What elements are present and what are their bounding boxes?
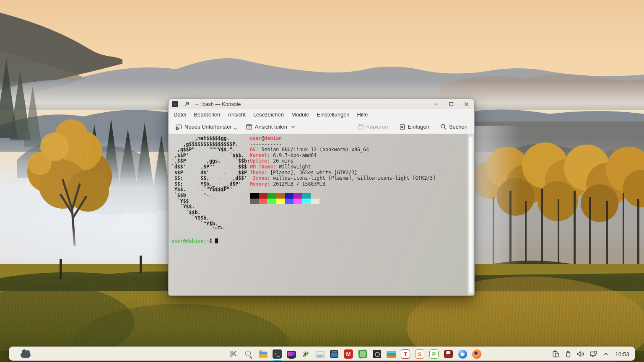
paint-tool-icon: ✶	[301, 349, 310, 359]
taskbar-app-media-viewer[interactable]	[371, 348, 382, 360]
terminal-line: ,$$P' `$$$. Kernel: 6.9.7+bpo-amd64	[171, 153, 467, 159]
planmaker-icon: S	[415, 349, 424, 359]
taskbar-app-file-manager[interactable]	[257, 348, 268, 360]
audio-volume-icon[interactable]	[576, 349, 585, 359]
app-launcher-k-icon: K	[230, 349, 239, 359]
konsole-app-icon: ›	[172, 101, 178, 107]
new-tab-icon	[175, 124, 182, 130]
new-tab-button[interactable]: Neues Unterfenster	[173, 122, 240, 132]
media-viewer-icon	[373, 350, 381, 358]
scrollbar-thumb[interactable]	[469, 136, 473, 293]
taskbar-app-firefox[interactable]	[471, 348, 482, 360]
archive-tool-icon	[330, 350, 338, 358]
taskbar-app-notes[interactable]	[357, 348, 368, 360]
taskbar-app-planmaker[interactable]: S	[414, 348, 425, 360]
taskbar-app-office-suite[interactable]	[386, 348, 397, 360]
palette-swatch	[311, 193, 319, 199]
taskbar-app-presentations[interactable]: P	[428, 348, 439, 360]
menu-item-hilfe[interactable]: Hilfe	[353, 110, 372, 119]
messenger-icon	[458, 350, 467, 359]
scanner-icon	[316, 351, 325, 358]
terminal-line: $$P d$' , $$P Theme: [Plasma], 365os-whi…	[171, 170, 467, 176]
terminal-line: `Y$$b.	[171, 215, 467, 221]
minimize-button[interactable]	[431, 100, 441, 109]
notes-icon	[358, 349, 367, 358]
terminal-line: ',$$P ,ggs. `$$b:Uptime: 20 mins	[171, 158, 467, 164]
terminal-line: `$$b "-.__	[171, 193, 467, 199]
paste-icon	[399, 124, 405, 130]
taskbar-app-pdf-reader[interactable]	[443, 348, 454, 360]
split-view-label: Ansicht teilen	[255, 124, 287, 130]
terminal-line: _,met$$$$$gg. user@debian	[171, 136, 467, 142]
taskbar-app-messenger[interactable]	[457, 348, 468, 360]
terminal-output[interactable]: _,met$$$$$gg. user@debian ,g$$$$$$$$$$$$…	[169, 134, 467, 295]
palette-swatch	[311, 199, 319, 204]
usb-device-icon[interactable]	[564, 349, 572, 359]
menu-item-bearbeiten[interactable]: Bearbeiten	[190, 110, 224, 119]
clipboard-icon[interactable]	[551, 349, 560, 359]
master-pdf-icon: M	[344, 349, 353, 359]
taskbar-app-display-media[interactable]	[286, 348, 297, 360]
copy-button[interactable]: Kopieren	[355, 122, 391, 132]
taskbar-app-textmaker[interactable]: T	[400, 348, 411, 360]
expand-tray-chevron-icon[interactable]	[602, 349, 610, 359]
title-bar[interactable]: › ~ : bash — Konsole	[169, 99, 474, 109]
close-button[interactable]	[461, 100, 472, 109]
app-launcher-button[interactable]	[19, 349, 32, 359]
split-view-button[interactable]: Ansicht teilen	[243, 122, 298, 132]
menu-item-module[interactable]: Module	[288, 110, 313, 119]
terminal-line: `d$$' ,$P"' . $$$ WM Theme: WillowLight	[171, 164, 467, 170]
tool-bar: Neues Unterfenster Ansicht teilen Kopier…	[169, 120, 474, 134]
terminal-line: user@debian:~$	[171, 238, 467, 244]
task-manager: K›_✶MTSP	[229, 348, 482, 360]
terminal-line: `"""	[171, 227, 467, 233]
palette-swatch	[285, 199, 293, 204]
search-icon	[440, 124, 447, 130]
scrollbar-track[interactable]	[467, 134, 474, 295]
taskbar-app-archive-tool[interactable]	[329, 348, 340, 360]
terminal-line: ,g$$P" """Y$$.". OS: Debian GNU/Linux 12…	[171, 147, 467, 153]
palette-swatch	[250, 199, 259, 204]
copy-label: Kopieren	[366, 124, 388, 130]
desktop: { "theme": { "accent_active_task": "#3da…	[0, 0, 644, 362]
terminal-area[interactable]: _,met$$$$$gg. user@debian ,g$$$$$$$$$$$$…	[169, 134, 474, 295]
copy-icon	[358, 124, 364, 130]
taskbar-app-app-launcher-k[interactable]: K	[229, 348, 240, 360]
taskbar-app-search[interactable]	[243, 348, 254, 360]
terminal-line: $$: $$. - ,d$$' Icons: willow-icons-ligh…	[171, 176, 467, 181]
palette-swatch	[302, 199, 311, 204]
presentations-icon: P	[429, 349, 439, 359]
taskbar-app-scanner[interactable]	[314, 348, 325, 360]
paste-button[interactable]: Einfügen	[397, 122, 432, 132]
palette-swatch	[293, 193, 302, 199]
search-button[interactable]: Suchen	[438, 122, 470, 132]
terminal-line: `$$b.	[171, 210, 467, 216]
taskbar-app-konsole[interactable]: ›_	[272, 348, 283, 360]
menu-item-lesezeichen[interactable]: Lesezeichen	[249, 110, 288, 119]
menu-item-datei[interactable]: Datei	[170, 110, 190, 119]
pin-icon[interactable]	[184, 101, 190, 107]
maximize-button[interactable]	[446, 100, 457, 109]
menu-bar: DateiBearbeitenAnsichtLesezeichenModuleE…	[169, 109, 474, 120]
palette-swatch	[302, 193, 311, 199]
terminal-line: `Y$$.	[171, 204, 467, 210]
search-icon	[244, 349, 253, 359]
split-view-icon	[246, 124, 252, 130]
active-task-indicator	[273, 360, 281, 361]
terminal-cursor	[215, 238, 218, 243]
digital-clock[interactable]: 10:53	[614, 351, 629, 357]
network-icon[interactable]	[589, 349, 597, 359]
paste-label: Einfügen	[408, 124, 429, 130]
terminal-line: `Y$$	[171, 199, 467, 204]
taskbar-app-master-pdf[interactable]: M	[343, 348, 354, 360]
palette-swatch	[276, 193, 285, 199]
taskbar-app-paint-tool[interactable]: ✶	[300, 348, 311, 360]
chevron-down-icon	[291, 125, 295, 128]
firefox-icon	[472, 349, 481, 359]
menu-item-einstellungen[interactable]: Einstellungen	[313, 110, 353, 119]
palette-swatch	[285, 193, 293, 199]
new-tab-label: Neues Unterfenster	[184, 124, 232, 130]
cloud-launcher-icon	[21, 352, 31, 358]
menu-item-ansicht[interactable]: Ansicht	[224, 110, 249, 119]
file-manager-icon	[259, 352, 267, 358]
